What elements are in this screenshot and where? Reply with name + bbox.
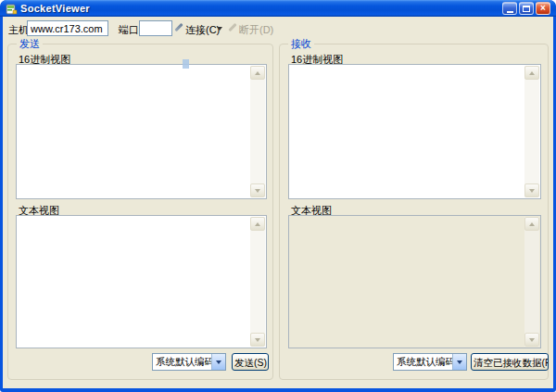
receive-text-view xyxy=(288,215,541,348)
chevron-down-icon[interactable] xyxy=(452,354,466,370)
minimize-icon xyxy=(507,11,513,13)
host-label: 主机 xyxy=(8,23,29,37)
receive-hex-view[interactable] xyxy=(288,64,541,199)
receive-hex-scrollbar[interactable] xyxy=(524,66,539,197)
send-encoding-select[interactable]: 系统默认编码页 xyxy=(152,353,226,371)
app-icon xyxy=(6,3,18,15)
send-hex-view[interactable] xyxy=(16,64,267,199)
scroll-down-icon[interactable] xyxy=(250,183,265,197)
send-text-view[interactable] xyxy=(16,215,267,348)
scroll-up-icon[interactable] xyxy=(250,66,265,80)
clear-received-button[interactable]: 清空已接收数据(R) xyxy=(471,353,549,371)
minimize-button[interactable] xyxy=(502,2,517,15)
disconnect-icon xyxy=(228,23,236,32)
text-cursor-highlight xyxy=(183,59,189,69)
client-area: 主机 端口 连接(C) 断开(D) 发送 16进制视图 文本视图 xyxy=(3,17,553,388)
receive-text-scrollbar[interactable] xyxy=(524,217,539,347)
maximize-button[interactable] xyxy=(519,2,534,15)
connect-button[interactable]: 连接(C) xyxy=(185,23,220,37)
port-label: 端口 xyxy=(119,23,139,37)
connect-icon xyxy=(174,23,183,32)
send-button[interactable]: 发送(S) xyxy=(232,353,269,371)
port-input[interactable] xyxy=(139,20,172,36)
scroll-down-icon[interactable] xyxy=(524,183,539,197)
scroll-up-icon[interactable] xyxy=(250,217,265,231)
maximize-icon xyxy=(523,6,530,12)
receive-encoding-select[interactable]: 系统默认编码页 xyxy=(393,353,467,371)
socketviewer-window: SocketViewer × 主机 端口 连接(C) 断开(D) 发送 16进制… xyxy=(0,0,556,392)
scroll-up-icon[interactable] xyxy=(524,217,539,231)
host-input[interactable] xyxy=(27,20,108,36)
window-controls: × xyxy=(502,2,550,15)
connect-dropdown-icon[interactable] xyxy=(217,27,222,31)
scroll-down-icon[interactable] xyxy=(524,333,539,347)
scroll-up-icon[interactable] xyxy=(524,66,539,80)
chevron-down-icon[interactable] xyxy=(211,354,225,370)
send-group-title: 发送 xyxy=(17,37,43,51)
send-text-scrollbar[interactable] xyxy=(250,217,265,347)
disconnect-button: 断开(D) xyxy=(239,23,273,37)
receive-group-title: 接收 xyxy=(288,37,314,51)
title-bar: SocketViewer × xyxy=(0,0,556,17)
send-hex-scrollbar[interactable] xyxy=(250,66,265,197)
scroll-down-icon[interactable] xyxy=(250,333,265,347)
window-title: SocketViewer xyxy=(20,3,502,14)
close-button[interactable]: × xyxy=(536,2,550,15)
